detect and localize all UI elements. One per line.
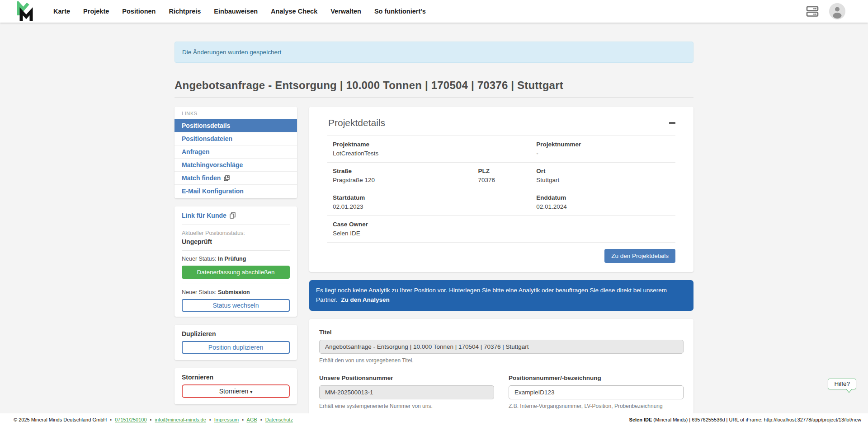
our-position-number-helper: Erhält eine systemgenerierte Nummer von … xyxy=(319,403,494,409)
sidebar-item-label: Positionsdateien xyxy=(182,135,232,142)
field-value: 02.01.2023 xyxy=(333,203,478,210)
nav-item-projekte[interactable]: Projekte xyxy=(83,8,109,15)
project-details-card: Projektdetails Projektname LotCreationTe… xyxy=(309,107,693,272)
nav-item-analyse-check[interactable]: Analyse Check xyxy=(271,8,317,15)
sidebar-item-label: E-Mail Konfiguration xyxy=(182,187,244,195)
field-label: PLZ xyxy=(478,168,536,174)
field-value: 70376 xyxy=(478,177,536,183)
cancel-title: Stornieren xyxy=(182,374,290,381)
footer-session-info: Selen IDE (Mineral Minds) | 69576255536d… xyxy=(629,417,861,422)
current-status-value: Ungeprüft xyxy=(182,238,290,245)
copy-icon[interactable] xyxy=(230,212,236,219)
field-value: LotCreationTests xyxy=(333,150,478,157)
field-value: Stuttgart xyxy=(536,177,675,183)
position-number-input[interactable] xyxy=(509,385,684,399)
footer-email-link[interactable]: info@mineral-minds.de xyxy=(155,417,206,422)
server-stack-icon[interactable] xyxy=(806,5,819,18)
sidebar-item-positionsdetails[interactable]: Positionsdetails xyxy=(175,119,297,132)
titel-helper: Erhält den von uns vorgegebenen Titel. xyxy=(319,357,684,364)
current-status-label: Aktueller Positionsstatus: xyxy=(182,230,290,236)
collapse-minus-icon[interactable] xyxy=(669,122,675,124)
separator: • xyxy=(209,417,211,422)
nav-item-richtpreis[interactable]: Richtpreis xyxy=(169,8,201,15)
project-details-row: Straße Pragstraße 120 PLZ 70376 Ort Stut… xyxy=(327,162,675,189)
links-header: LINKS xyxy=(175,107,297,119)
copyright-text: © 2025 Mineral Minds Deutschland GmbH xyxy=(14,417,107,422)
nav-item-verwalten[interactable]: Verwalten xyxy=(330,8,361,15)
page-footer: © 2025 Mineral Minds Deutschland GmbH • … xyxy=(0,413,868,426)
title-divider xyxy=(175,97,693,98)
our-position-number-label: Unsere Positionsnummer xyxy=(319,375,494,381)
our-position-number-field: Unsere Positionsnummer Erhält eine syste… xyxy=(319,375,494,409)
customer-link[interactable]: Link für Kunde xyxy=(182,212,236,219)
sidebar-item-positionsdateien[interactable]: Positionsdateien xyxy=(175,132,297,145)
links-card: LINKS Positionsdetails Positionsdateien … xyxy=(175,107,297,198)
field-value: - xyxy=(536,150,675,157)
mineral-minds-logo-icon[interactable] xyxy=(16,1,33,21)
nav-item-so-funktionierts[interactable]: So funktioniert's xyxy=(374,8,426,15)
external-link-icon xyxy=(224,175,230,181)
field-value: Selen IDE xyxy=(333,230,478,237)
separator: • xyxy=(110,417,112,422)
project-details-title: Projektdetails xyxy=(328,117,385,128)
sidebar-item-anfragen[interactable]: Anfragen xyxy=(175,145,297,158)
our-position-number-input xyxy=(319,385,494,399)
new-status-line-2: Neuer Status: Submission xyxy=(182,289,290,295)
footer-phone-link[interactable]: 07151/250100 xyxy=(115,417,146,422)
app-header: Karte Projekte Positionen Richtpreis Ein… xyxy=(0,0,868,23)
titel-label: Titel xyxy=(319,329,684,336)
field-label: Straße xyxy=(333,168,478,174)
status-card: Link für Kunde Aktueller Positionsstatus… xyxy=(175,206,297,317)
nav-item-karte[interactable]: Karte xyxy=(53,8,70,15)
sidebar-item-label: Matchingvorschläge xyxy=(182,161,243,169)
success-alert: Die Änderungen wurden gespeichert xyxy=(175,42,693,63)
cancel-button-label: Stornieren xyxy=(219,388,249,395)
footer-agb-link[interactable]: AGB xyxy=(247,417,257,422)
field-label: Case Owner xyxy=(333,221,478,228)
field-label: Ort xyxy=(536,168,675,174)
user-avatar-icon[interactable] xyxy=(829,3,845,19)
analytics-banner: Es liegt noch keine Analytik zu Ihrer Po… xyxy=(309,280,693,311)
sidebar-item-email-konfiguration[interactable]: E-Mail Konfiguration xyxy=(175,184,297,197)
titel-input xyxy=(319,340,684,354)
cancel-card: Stornieren Stornieren▾ xyxy=(175,368,297,404)
project-details-row: Case Owner Selen IDE xyxy=(327,215,675,242)
position-form-card: Titel Erhält den von uns vorgegebenen Ti… xyxy=(309,319,693,426)
new-status-value: In Prüfung xyxy=(218,256,246,262)
project-details-row: Startdatum 02.01.2023 Enddatum 02.01.202… xyxy=(327,189,675,215)
duplicate-position-button[interactable]: Position duplizieren xyxy=(182,341,290,354)
project-details-row: Projektname LotCreationTests Projektnumm… xyxy=(327,136,675,162)
footer-user-name: Selen IDE xyxy=(629,417,652,422)
footer-impressum-link[interactable]: Impressum xyxy=(214,417,239,422)
to-analyses-link[interactable]: Zu den Analysen xyxy=(341,296,390,303)
customer-link-label: Link für Kunde xyxy=(182,212,226,219)
help-button[interactable]: Hilfe? xyxy=(828,379,856,389)
position-number-helper: Z.B. Interne-Vorgangsnummer, LV-Position… xyxy=(509,403,684,409)
nav-item-positionen[interactable]: Positionen xyxy=(122,8,156,15)
new-status-line-1: Neuer Status: In Prüfung xyxy=(182,256,290,262)
switch-status-button[interactable]: Status wechseln xyxy=(182,299,290,312)
main-content: Projektdetails Projektname LotCreationTe… xyxy=(309,107,693,426)
field-value: Pragstraße 120 xyxy=(333,177,478,183)
separator: • xyxy=(260,417,262,422)
complete-data-entry-button[interactable]: Datenerfassung abschließen xyxy=(182,266,290,279)
footer-session-details: (Mineral Minds) | 69576255536d | URL of … xyxy=(652,417,861,422)
field-value: 02.01.2024 xyxy=(536,203,675,210)
duplicate-title: Duplizieren xyxy=(182,330,290,337)
sidebar-item-matchingvorschlaege[interactable]: Matchingvorschläge xyxy=(175,158,297,171)
field-label: Projektnummer xyxy=(536,141,675,148)
main-nav: Karte Projekte Positionen Richtpreis Ein… xyxy=(53,8,426,15)
position-number-field: Positionsnummer/-bezeichnung Z.B. Intern… xyxy=(509,375,684,409)
footer-datenschutz-link[interactable]: Datenschutz xyxy=(265,417,293,422)
nav-item-einbauweisen[interactable]: Einbauweisen xyxy=(214,8,258,15)
sidebar-item-label: Anfragen xyxy=(182,148,209,155)
caret-down-icon: ▾ xyxy=(250,389,252,394)
cancel-dropdown-button[interactable]: Stornieren▾ xyxy=(182,384,290,398)
sidebar: LINKS Positionsdetails Positionsdateien … xyxy=(175,107,297,404)
footer-left: © 2025 Mineral Minds Deutschland GmbH • … xyxy=(14,417,293,422)
to-project-details-button[interactable]: Zu den Projektdetails xyxy=(604,249,675,263)
field-label: Enddatum xyxy=(536,194,675,201)
page-title: Angebotsanfrage - Entsorgung | 10.000 To… xyxy=(175,79,693,92)
sidebar-item-match-finden[interactable]: Match finden xyxy=(175,171,297,184)
separator: • xyxy=(150,417,152,422)
